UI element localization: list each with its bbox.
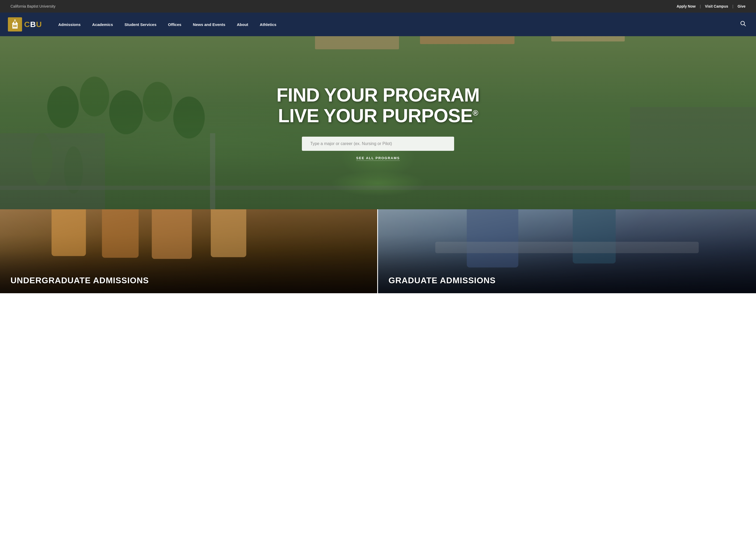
logo-text: CBU xyxy=(24,20,42,29)
svg-point-29 xyxy=(143,82,172,122)
logo-link[interactable]: CBU xyxy=(8,17,42,32)
logo-c: C xyxy=(24,20,30,29)
svg-rect-53 xyxy=(435,242,699,253)
svg-rect-15 xyxy=(551,36,625,41)
top-bar: California Baptist University Apply Now … xyxy=(0,0,756,13)
admissions-section: UNDERGRADUATE ADMISSIONS GRA xyxy=(0,209,756,293)
svg-rect-3 xyxy=(14,25,15,27)
hero-title-line2: LIVE YOUR PURPOSE xyxy=(278,105,473,126)
logo-svg xyxy=(10,19,20,30)
graduate-admissions-card[interactable]: GRADUATE ADMISSIONS xyxy=(378,209,756,293)
svg-rect-33 xyxy=(0,133,105,209)
divider-2: | xyxy=(732,4,733,9)
nav-athletics[interactable]: Athletics xyxy=(254,13,282,36)
svg-point-27 xyxy=(80,77,109,116)
nav-about[interactable]: About xyxy=(231,13,254,36)
program-search-input[interactable] xyxy=(302,137,454,151)
undergraduate-admissions-card[interactable]: UNDERGRADUATE ADMISSIONS xyxy=(0,209,378,293)
hero-content: FIND YOUR PROGRAM LIVE YOUR PURPOSE® SEE… xyxy=(271,85,485,161)
apply-now-link[interactable]: Apply Now xyxy=(677,4,696,9)
hero-trademark: ® xyxy=(473,109,478,117)
svg-rect-6 xyxy=(14,20,16,20)
logo-icon xyxy=(8,17,22,32)
svg-rect-41 xyxy=(102,209,139,258)
undergrad-admissions-label: UNDERGRADUATE ADMISSIONS xyxy=(0,267,159,293)
svg-rect-0 xyxy=(12,24,17,29)
search-icon[interactable] xyxy=(738,19,748,30)
svg-point-28 xyxy=(109,90,143,134)
hero-title-line1: FIND YOUR PROGRAM xyxy=(276,85,480,105)
svg-rect-35 xyxy=(210,133,215,209)
university-name: California Baptist University xyxy=(11,4,55,9)
svg-point-26 xyxy=(47,86,79,128)
nav-news-and-events[interactable]: News and Events xyxy=(187,13,231,36)
visit-campus-link[interactable]: Visit Campus xyxy=(705,4,728,9)
svg-rect-39 xyxy=(51,209,86,256)
give-link[interactable]: Give xyxy=(738,4,745,9)
svg-rect-52 xyxy=(573,209,616,264)
hero-section: FIND YOUR PROGRAM LIVE YOUR PURPOSE® SEE… xyxy=(0,36,756,209)
nav-student-services[interactable]: Student Services xyxy=(119,13,162,36)
svg-rect-4 xyxy=(15,25,16,27)
nav-offices[interactable]: Offices xyxy=(162,13,187,36)
grad-admissions-label: GRADUATE ADMISSIONS xyxy=(378,267,506,293)
svg-point-30 xyxy=(173,96,205,139)
svg-rect-43 xyxy=(152,209,192,259)
navbar: CBU Admissions Academics Student Service… xyxy=(0,13,756,36)
svg-rect-14 xyxy=(420,36,515,44)
svg-rect-48 xyxy=(467,209,518,267)
nav-admissions[interactable]: Admissions xyxy=(52,13,86,36)
svg-rect-13 xyxy=(315,36,399,49)
hero-title: FIND YOUR PROGRAM LIVE YOUR PURPOSE® xyxy=(276,85,480,126)
svg-rect-45 xyxy=(211,209,246,257)
logo-u: U xyxy=(36,20,42,29)
svg-line-8 xyxy=(744,25,746,26)
top-bar-actions: Apply Now | Visit Campus | Give xyxy=(677,4,745,9)
see-all-programs-link[interactable]: SEE ALL PROGRAMS xyxy=(356,156,400,161)
svg-rect-36 xyxy=(0,186,756,190)
nav-links: Admissions Academics Student Services Of… xyxy=(52,13,738,36)
nav-academics[interactable]: Academics xyxy=(86,13,119,36)
divider-1: | xyxy=(700,4,701,9)
